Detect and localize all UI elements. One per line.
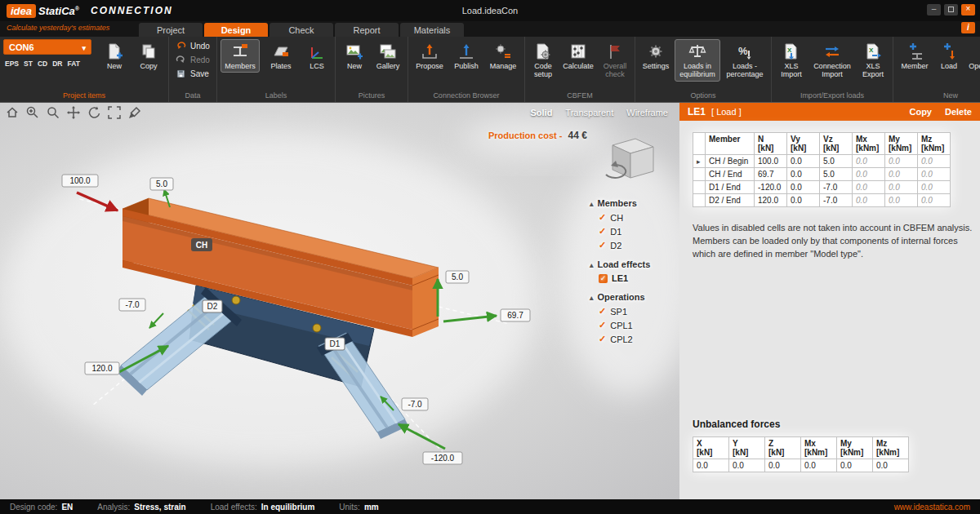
tab-design[interactable]: Design (204, 23, 268, 37)
bolt[interactable] (232, 296, 240, 304)
tree-item-cpl2[interactable]: CPL2 (590, 332, 671, 346)
zoom-window-icon[interactable] (25, 105, 40, 120)
table-row[interactable]: CH / End 69.7 0.0 5.0 0.0 0.0 0.0 (693, 168, 951, 181)
tree-item-sp1[interactable]: SP1 (590, 304, 671, 318)
home-view-icon[interactable] (5, 105, 20, 120)
tagline: Calculate yesterday's estimates (7, 24, 109, 32)
view-mode-solid[interactable]: Solid (530, 108, 552, 117)
view-mode-wireframe[interactable]: Wireframe (626, 108, 668, 117)
info-icon[interactable]: i (961, 22, 975, 33)
force-cell[interactable]: 120.0 (755, 194, 787, 207)
paint-brush-icon[interactable] (127, 105, 142, 120)
new-operation-button[interactable]: Operation (965, 39, 980, 73)
pan-icon[interactable] (66, 105, 81, 120)
propose-button[interactable]: Propose (412, 39, 448, 73)
manage-button[interactable]: Manage (485, 39, 521, 73)
tree-item-d1[interactable]: D1 (590, 224, 671, 238)
3d-scene[interactable]: 100.0 5.0 5.0 69.7 -7.0 120.0 -120.0 -7.… (0, 103, 679, 499)
tree-item-ch[interactable]: CH (590, 210, 671, 224)
tab-materials[interactable]: Materials (400, 23, 464, 37)
connection-import-button[interactable]: Connection Import (809, 39, 855, 82)
code-st[interactable]: ST (24, 60, 33, 68)
lcs-toggle[interactable]: LCS (302, 39, 332, 73)
copy-item-button[interactable]: Copy (132, 39, 165, 73)
zoom-extents-icon[interactable] (107, 105, 122, 120)
code-eps[interactable]: EPS (5, 60, 19, 68)
xls-import-icon: X (782, 42, 801, 61)
unbalanced-value: 0.0 (801, 459, 837, 472)
loads-in-equilibrium-toggle[interactable]: Loads in equilibrium (675, 39, 720, 82)
members-labels-toggle[interactable]: Members (220, 39, 260, 73)
force-cell[interactable]: 0.0 (787, 168, 820, 181)
tree-section-members[interactable]: Members (590, 198, 671, 208)
xls-export-button[interactable]: X XLS Export (857, 39, 889, 82)
delete-load-button[interactable]: Delete (945, 107, 972, 117)
maximize-icon[interactable] (944, 4, 958, 16)
force-cell[interactable]: 69.7 (755, 168, 787, 181)
unbalanced-value: 0.0 (729, 459, 765, 472)
checked-checkbox-icon[interactable] (599, 274, 608, 283)
loads-percentage-toggle[interactable]: % Loads - percentage (722, 39, 768, 82)
plates-labels-toggle[interactable]: Plates (261, 39, 301, 73)
force-cell[interactable]: 0.0 (787, 155, 820, 168)
tab-check[interactable]: Check (270, 23, 333, 37)
collapse-arrow-icon (590, 259, 594, 269)
force-cell[interactable]: 0.0 (787, 194, 820, 207)
code-fat[interactable]: FAT (67, 60, 79, 68)
table-header-row: Member N[kN] Vy[kN] Vz[kN] Mx[kNm] My[kN… (693, 133, 951, 155)
publish-button[interactable]: Publish (449, 39, 483, 73)
unbalanced-value: 0.0 (693, 459, 729, 472)
member-badge-d1: D1 (330, 339, 341, 348)
load-properties-panel: LE1 [ Load ] Copy Delete Member N[kN] Vy… (679, 103, 980, 499)
copy-load-button[interactable]: Copy (909, 107, 932, 117)
navigation-cube[interactable] (601, 134, 658, 193)
settings-button[interactable]: Settings (639, 39, 673, 73)
bolt[interactable] (313, 324, 321, 332)
tree-item-le1[interactable]: LE1 (590, 272, 671, 285)
new-load-button[interactable]: Load (934, 39, 964, 73)
undo-button[interactable]: Undo (172, 39, 213, 53)
save-button[interactable]: Save (172, 67, 212, 81)
close-icon[interactable] (961, 4, 975, 16)
calculate-button[interactable]: Calculate (559, 39, 597, 73)
redo-button[interactable]: Redo (172, 53, 213, 67)
tab-report[interactable]: Report (335, 23, 399, 37)
force-cell[interactable]: -7.0 (820, 181, 853, 194)
overall-check-button[interactable]: Overall check (599, 39, 631, 82)
3d-viewport[interactable]: 100.0 5.0 5.0 69.7 -7.0 120.0 -120.0 -7.… (0, 103, 679, 499)
search-icon[interactable] (46, 105, 60, 120)
tab-project[interactable]: Project (139, 23, 203, 37)
code-setup-button[interactable]: Code setup (528, 39, 558, 82)
table-row[interactable]: CH / Begin 100.0 0.0 5.0 0.0 0.0 0.0 (693, 155, 951, 168)
copy-icon (139, 42, 158, 61)
force-cell[interactable]: 100.0 (755, 155, 787, 168)
rotate-view-icon[interactable] (87, 105, 101, 120)
website-link[interactable]: www.ideastatica.com (894, 503, 970, 512)
code-dr[interactable]: DR (52, 60, 62, 68)
force-cell[interactable]: 5.0 (820, 168, 853, 181)
xls-import-button[interactable]: X XLS Import (775, 39, 808, 82)
selected-row-marker-icon (693, 155, 706, 168)
tree-item-d2[interactable]: D2 (590, 238, 671, 252)
view-mode-transparent[interactable]: Transparent (565, 108, 613, 117)
force-cell[interactable]: -7.0 (820, 194, 853, 207)
force-cell[interactable]: -120.0 (755, 181, 787, 194)
load-label: 5.0 (156, 179, 167, 188)
picture-new-button[interactable]: New (339, 39, 370, 73)
gallery-button[interactable]: Gallery (372, 39, 404, 73)
code-cd[interactable]: CD (38, 60, 47, 68)
new-item-button[interactable]: New (98, 39, 131, 73)
table-row[interactable]: D1 / End -120.0 0.0 -7.0 0.0 0.0 0.0 (693, 181, 951, 194)
table-row[interactable]: D2 / End 120.0 0.0 -7.0 0.0 0.0 0.0 (693, 194, 951, 207)
minimize-icon[interactable] (927, 4, 941, 16)
tree-section-operations[interactable]: Operations (590, 292, 671, 302)
force-cell-disabled: 0.0 (918, 155, 951, 168)
ribbon: CON6 EPS ST CD DR FAT New Cop (0, 37, 980, 102)
connection-item-select[interactable]: CON6 (3, 39, 91, 55)
force-cell[interactable]: 0.0 (787, 181, 820, 194)
load-effect-type: [ Load ] (711, 107, 742, 117)
tree-item-cpl1[interactable]: CPL1 (590, 318, 671, 332)
force-cell[interactable]: 5.0 (820, 155, 853, 168)
tree-section-load-effects[interactable]: Load effects (590, 259, 671, 269)
new-member-button[interactable]: Member (897, 39, 933, 73)
